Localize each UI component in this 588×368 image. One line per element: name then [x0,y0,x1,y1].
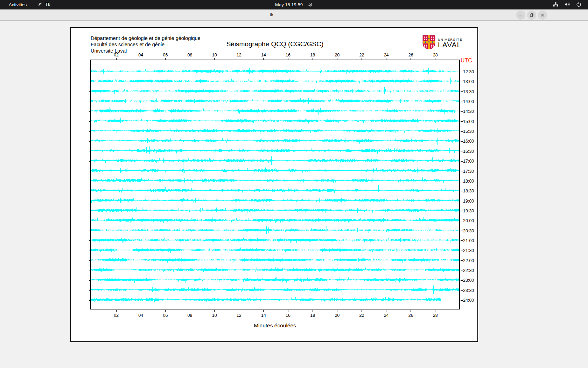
trace-tick-right [461,300,463,301]
x-axis-tick-label-bottom: 26 [408,313,413,318]
x-axis-tick-bottom [214,310,215,312]
trace-tick-right [461,201,463,201]
x-axis-tick-label-top: 26 [408,53,413,57]
trace-time-label: 18:00 [463,179,474,184]
trace-tick-right [461,141,463,142]
trace-tick-left [89,141,91,142]
trace-tick-right [461,102,463,102]
gnome-top-bar: Activities Tk May 15 19:59 [0,0,588,9]
trace-time-label: 16:30 [463,149,474,154]
x-axis-tick-bottom [337,310,337,312]
x-axis-tick-label-top: 28 [433,53,438,57]
trace-tick-left [89,191,91,191]
maximize-button[interactable] [527,11,536,20]
bell-muted-icon [308,2,313,7]
trace-time-label: 12:30 [463,69,474,74]
x-axis-tick-bottom [411,310,411,312]
x-axis-tick-top [435,58,435,60]
x-axis-tick-label-top: 12 [237,53,241,57]
focused-app-name: Tk [45,2,50,7]
trace-time-label: 20:30 [463,229,474,233]
x-axis-tick-top [288,58,288,60]
x-axis-tick-top [386,58,386,60]
trace-time-label: 19:30 [463,209,474,213]
trace-tick-right [461,72,463,72]
x-axis-tick-label-bottom: 04 [138,313,143,318]
trace-tick-left [89,102,91,102]
laval-shield-icon [422,35,435,51]
trace-time-label: 18:30 [463,189,474,193]
trace-tick-left [89,181,91,181]
x-axis-tick-label-top: 04 [138,53,143,57]
window-titlebar[interactable]: tk [0,9,588,21]
x-axis-tick-label-top: 24 [384,53,389,57]
trace-time-label: 20:00 [463,218,474,223]
x-axis-tick-label-bottom: 12 [237,313,241,318]
x-axis-tick-label-top: 14 [261,53,266,57]
minimize-button[interactable] [516,11,525,20]
trace-tick-right [461,211,463,211]
trace-tick-right [461,240,463,241]
trace-time-label: 19:00 [463,199,474,204]
trace-tick-right [461,111,463,112]
trace-tick-right [461,151,463,151]
x-axis-tick-top [411,58,411,60]
x-axis-tick-bottom [263,310,264,312]
system-tray[interactable] [553,1,582,7]
trace-time-label: 13:00 [463,79,474,84]
x-axis-tick-top [165,58,166,60]
trace-time-label: 23:30 [463,288,474,293]
x-axis-tick-label-bottom: 14 [261,313,266,318]
x-axis-tick-bottom [165,310,166,312]
activities-button[interactable]: Activities [9,2,27,7]
trace-time-label: 17:00 [463,159,474,164]
x-axis-tick-label-bottom: 28 [433,313,438,318]
trace-tick-left [89,121,91,122]
universite-laval-logo: UNIVERSITÉ LAVAL [422,35,462,51]
tk-feather-icon [37,2,43,7]
clock[interactable]: May 15 19:59 [275,2,303,7]
x-axis-tick-label-top: 22 [359,53,364,57]
trace-time-label: 22:30 [463,268,474,273]
x-axis-tick-top [190,58,190,60]
trace-tick-left [89,82,91,82]
trace-tick-left [89,260,91,261]
x-axis-tick-label-top: 08 [188,53,192,57]
trace-tick-left [89,300,91,301]
x-axis-tick-bottom [239,310,239,312]
trace-tick-left [89,171,91,171]
power-icon [576,1,582,7]
trace-time-label: 17:30 [463,169,474,174]
trace-tick-right [461,131,463,132]
trace-time-label: 21:30 [463,248,474,253]
trace-tick-right [461,280,463,281]
trace-tick-left [89,91,91,92]
x-axis-tick-top [337,58,337,60]
close-button[interactable] [538,11,547,20]
x-axis-tick-top [313,58,313,60]
helicorder-plot [90,60,460,309]
x-axis-tick-label-bottom: 08 [188,313,192,318]
x-axis-tick-label-bottom: 10 [212,313,217,318]
x-axis-tick-bottom [386,310,386,312]
trace-tick-left [89,231,91,231]
trace-tick-left [89,221,91,221]
trace-tick-left [89,151,91,151]
trace-time-label: 21:00 [463,238,474,243]
x-axis-tick-bottom [362,310,362,312]
x-axis-tick-bottom [313,310,313,312]
window-title: tk [270,12,274,17]
x-axis-tick-label-top: 10 [212,53,217,57]
x-axis-tick-bottom [435,310,435,312]
focused-app-indicator[interactable]: Tk [37,2,50,7]
trace-time-label: 24:00 [463,298,474,303]
trace-time-label: 22:00 [463,258,474,263]
x-axis-tick-bottom [116,310,117,312]
trace-tick-left [89,111,91,112]
trace-tick-right [461,251,463,251]
x-axis-tick-label-top: 02 [114,53,119,57]
x-axis-tick-label-bottom: 20 [335,313,340,318]
trace-tick-left [89,201,91,201]
trace-time-label: 15:00 [463,119,474,124]
trace-tick-left [89,72,91,72]
